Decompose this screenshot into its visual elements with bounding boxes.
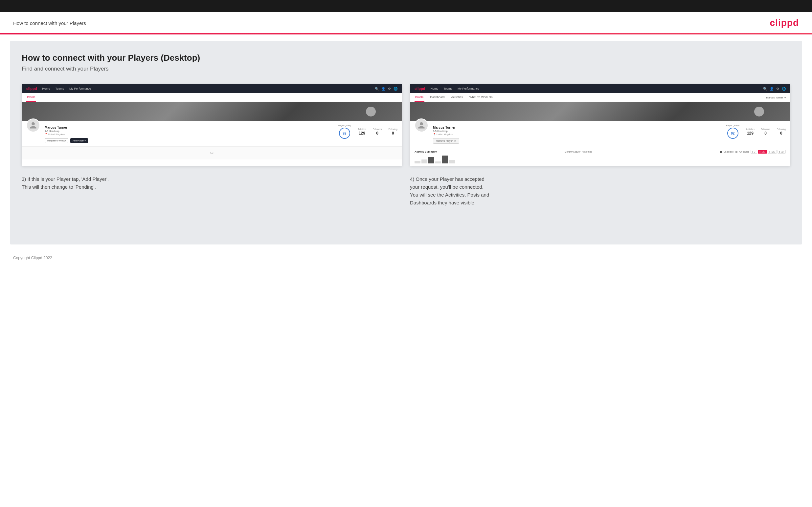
mock-followers-value-1: 0	[373, 131, 382, 135]
mock-logo-2: clippd	[414, 87, 425, 91]
mock-quality-label-2: Player Quality	[726, 124, 740, 127]
close-icon-remove: ✕	[454, 139, 456, 143]
mock-profile-info-1: Marcus Turner 1-5 Handicap 📍 United King…	[45, 124, 334, 143]
tab-activities-2[interactable]: Activities	[451, 93, 464, 102]
mock-activities-value-2: 129	[746, 131, 755, 135]
tab-what-to-work-on-2[interactable]: What To Work On	[469, 93, 493, 102]
chevron-down-icon-2: ▾	[784, 96, 786, 99]
mock-stat-following-2: Following 0	[777, 128, 786, 135]
chart-bar-1	[414, 161, 420, 163]
mock-stat-following-1: Following 0	[389, 128, 398, 135]
mock-nav-right-2: 🔍 👤 ⚙ 🌐	[763, 87, 786, 91]
mock-following-label-2: Following	[777, 128, 786, 130]
activity-controls: On course Off course 1 yr 6 mths 3 mths …	[720, 150, 786, 154]
flag-icon-1[interactable]: 🌐	[394, 87, 398, 91]
mock-buttons-1: Request to Follow Add Player +	[45, 138, 334, 143]
accent-bar	[0, 33, 812, 35]
chart-bar-4	[435, 161, 441, 163]
settings-icon-1[interactable]: ⚙	[388, 87, 391, 91]
chart-bar-3	[428, 157, 434, 163]
flag-icon-2[interactable]: 🌐	[782, 87, 786, 91]
main-content: How to connect with your Players (Deskto…	[10, 41, 802, 244]
dropdown-player-label[interactable]: Marcus Turner	[766, 96, 783, 99]
settings-icon-2[interactable]: ⚙	[776, 87, 779, 91]
user-icon-2[interactable]: 👤	[770, 87, 773, 91]
main-title: How to connect with your Players (Deskto…	[22, 53, 790, 63]
activity-period: Monthly Activity - 6 Months	[565, 151, 592, 153]
mock-nav-teams-1[interactable]: Teams	[55, 87, 64, 90]
mock-nav-home-1[interactable]: Home	[42, 87, 50, 90]
time-btn-3mths[interactable]: 3 mths	[768, 150, 777, 154]
add-player-button-1[interactable]: Add Player +	[70, 138, 88, 143]
time-btn-1yr[interactable]: 1 yr	[751, 150, 757, 154]
mock-stats-1: Player Quality 92 Activities 129 Followe…	[338, 124, 398, 139]
mock-nav-1: clippd Home Teams My Performance 🔍 👤 ⚙ 🌐	[22, 84, 402, 93]
mock-banner-circle-2	[754, 107, 764, 116]
mock-location-2: 📍 United Kingdom	[433, 133, 722, 135]
mock-following-value-1: 0	[389, 131, 398, 135]
time-btn-6mths[interactable]: 6 mths	[758, 150, 767, 154]
copyright-text: Copyright Clippd 2022	[13, 256, 52, 260]
mock-quality-circle-1: 92	[339, 128, 350, 139]
screenshot-1: clippd Home Teams My Performance 🔍 👤 ⚙ 🌐…	[22, 84, 402, 166]
top-bar	[0, 0, 812, 12]
chart-bar-5	[442, 156, 448, 163]
page-header: How to connect with your Players clippd	[0, 12, 812, 33]
mock-profile-info-2: Marcus Turner 1-5 Handicap 📍 United King…	[433, 124, 722, 144]
screenshot-2: clippd Home Teams My Performance 🔍 👤 ⚙ 🌐…	[410, 84, 790, 166]
activity-summary-title: Activity Summary	[414, 150, 437, 153]
mock-nav-teams-2[interactable]: Teams	[444, 87, 452, 90]
mock-nav-myperformance-2[interactable]: My Performance	[458, 87, 479, 90]
mock-stats-2: Player Quality 92 Activities 129 Followe…	[726, 124, 786, 139]
remove-player-button-2[interactable]: Remove Player ✕	[433, 138, 459, 144]
mock-followers-value-2: 0	[761, 131, 770, 135]
mock-activities-label-2: Activities	[746, 128, 755, 130]
mock-banner-1	[22, 102, 402, 121]
mock-avatar-2	[414, 118, 428, 132]
mock-nav-myperformance-1[interactable]: My Performance	[69, 87, 91, 90]
mock-handicap-1: 1-5 Handicap	[45, 130, 334, 132]
tab-dashboard-2[interactable]: Dashboard	[429, 93, 445, 102]
mock-buttons-2: Remove Player ✕	[433, 138, 722, 144]
mock-bottom-section-1: ✂	[22, 146, 402, 160]
mock-banner-circle-1	[366, 107, 376, 116]
mock-nav-2: clippd Home Teams My Performance 🔍 👤 ⚙ 🌐	[410, 84, 790, 93]
mock-profile-section-2: Marcus Turner 1-5 Handicap 📍 United King…	[410, 121, 790, 147]
chart-bar-2	[421, 160, 427, 163]
main-subtitle: Find and connect with your Players	[22, 66, 790, 72]
tab-profile-1[interactable]: Profile	[26, 93, 36, 102]
chart-bar-6	[449, 160, 455, 163]
time-btn-1mth[interactable]: 1 mth	[777, 150, 786, 154]
mock-tabs-right-2: Marcus Turner ▾	[766, 93, 786, 102]
page-header-title: How to connect with your Players	[13, 20, 86, 26]
legend-off-course-label: Off course	[740, 151, 749, 153]
location-pin-icon-1: 📍	[45, 133, 48, 135]
mock-followers-label-1: Followers	[373, 128, 382, 130]
mock-activities-label-1: Activities	[358, 128, 366, 130]
mock-player-name-2: Marcus Turner	[433, 126, 722, 129]
avatar-icon-1	[29, 121, 37, 129]
legend-on-course-label: On course	[724, 151, 733, 153]
search-icon-2[interactable]: 🔍	[763, 87, 767, 91]
mock-quality-circle-2: 92	[727, 128, 739, 139]
user-icon-1[interactable]: 👤	[382, 87, 385, 91]
mock-nav-left-1: clippd Home Teams My Performance	[26, 87, 91, 91]
mock-player-name-1: Marcus Turner	[45, 126, 334, 129]
mock-followers-label-2: Followers	[761, 128, 770, 130]
location-pin-icon-2: 📍	[433, 133, 436, 135]
mock-quality-label-1: Player Quality	[338, 124, 351, 127]
mock-banner-2	[410, 102, 790, 121]
descriptions-row: 3) If this is your Player tap, 'Add Play…	[22, 175, 790, 207]
search-icon-1[interactable]: 🔍	[375, 87, 379, 91]
description-3: 3) If this is your Player tap, 'Add Play…	[22, 175, 402, 207]
mock-handicap-2: 1-5 Handicap	[433, 130, 722, 132]
legend-off-course-dot	[735, 151, 738, 153]
mock-nav-home-2[interactable]: Home	[430, 87, 438, 90]
activity-chart	[414, 156, 786, 163]
mock-nav-left-2: clippd Home Teams My Performance	[414, 87, 479, 91]
mock-profile-section-1: Marcus Turner 1-5 Handicap 📍 United King…	[22, 121, 402, 146]
mock-stat-followers-2: Followers 0	[761, 128, 770, 135]
tab-profile-2[interactable]: Profile	[414, 93, 424, 102]
request-follow-button-1[interactable]: Request to Follow	[45, 138, 68, 143]
mock-stat-activities-2: Activities 129	[746, 128, 755, 135]
